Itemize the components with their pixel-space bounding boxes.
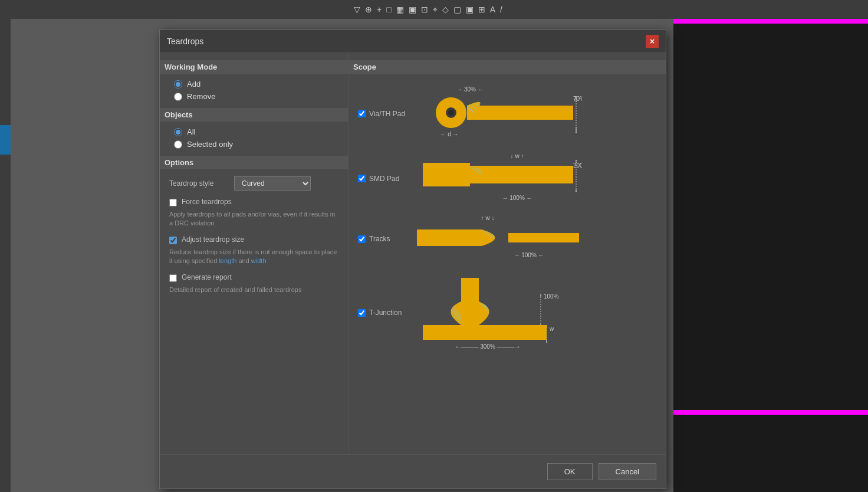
radio-add-label: Add xyxy=(187,80,200,88)
svg-text:→ 100% ←: → 100% ← xyxy=(502,195,532,201)
close-button[interactable]: × xyxy=(646,35,659,48)
svg-point-16 xyxy=(448,110,454,116)
scope-item-via: Via/TH Pad → 30% ← 70% ← d → xyxy=(358,83,656,144)
tracks-label[interactable]: Tracks xyxy=(358,235,411,243)
tracks-diagram: ↑ w ↓ → 100% ← xyxy=(417,213,582,265)
pink-bar-top xyxy=(673,19,868,24)
svg-text:→ 100% ←: → 100% ← xyxy=(514,252,544,258)
generate-report-row: Generate report xyxy=(169,273,338,282)
svg-text:w: w xyxy=(549,326,554,332)
tracks-text: Tracks xyxy=(369,235,390,243)
toolbar-icon-layer[interactable]: ▣ xyxy=(409,5,416,14)
adjust-teardrop-help: Reduce teardrop size if there is not eno… xyxy=(169,248,338,266)
toolbar-icon-pin[interactable]: ◇ xyxy=(442,5,449,14)
toolbar-icon-dim[interactable]: ⊞ xyxy=(478,5,485,14)
force-teardrops-label: Force teardrops xyxy=(182,198,232,206)
force-teardrops-checkbox[interactable] xyxy=(169,199,177,206)
toolbar-icon-route[interactable]: ⊡ xyxy=(421,5,428,14)
toolbar-icon-pad[interactable]: ▢ xyxy=(453,5,461,14)
via-th-pad-diagram: → 30% ← 70% ← d → xyxy=(417,83,582,144)
smd-pad-diagram: 200% ↓ w ↑ → 100% ← xyxy=(417,151,582,206)
adjust-teardrop-label: Adjust teardrop size xyxy=(182,235,244,244)
radio-all-label: All xyxy=(187,127,195,136)
scope-item-tracks: Tracks ↑ w ↓ → 100% ← xyxy=(358,213,656,265)
teardrop-style-label: Teardrop style xyxy=(169,179,228,188)
pink-bar-bottom xyxy=(673,410,868,415)
force-teardrops-row: Force teardrops xyxy=(169,198,338,206)
toolbar: ▽ ⊕ + □ ▦ ▣ ⊡ ⌖ ◇ ▢ ▣ ⊞ A / xyxy=(0,0,868,19)
radio-selected-only-label: Selected only xyxy=(187,140,233,149)
smd-pad-text: SMD Pad xyxy=(369,175,399,183)
left-panel-toggle[interactable] xyxy=(0,125,11,155)
toolbar-icon-line[interactable]: / xyxy=(500,5,502,14)
teardrops-dialog: Teardrops × Working Mode Add Remove Obje… xyxy=(159,29,666,489)
t-junction-label[interactable]: T-Junction xyxy=(358,309,411,317)
svg-rect-45 xyxy=(461,278,479,325)
svg-rect-44 xyxy=(423,325,547,340)
toolbar-icon-text[interactable]: A xyxy=(490,5,495,14)
t-junction-text: T-Junction xyxy=(369,309,402,317)
radio-remove[interactable]: Remove xyxy=(174,92,334,101)
svg-text:→ 30% ←: → 30% ← xyxy=(456,86,484,93)
dialog-footer: OK Cancel xyxy=(160,454,666,488)
via-th-pad-checkbox[interactable] xyxy=(358,110,366,117)
radio-selected-only[interactable]: Selected only xyxy=(174,140,334,149)
toolbar-icon-filter[interactable]: ▽ xyxy=(354,5,360,14)
scope-item-tjunction: T-Junction 100% w xyxy=(358,272,656,353)
toolbar-icon-chart[interactable]: ▦ xyxy=(396,5,404,14)
cancel-button[interactable]: Cancel xyxy=(599,463,656,480)
radio-add[interactable]: Add xyxy=(174,80,334,88)
objects-header: Objects xyxy=(160,108,348,122)
svg-text:↑ w ↓: ↑ w ↓ xyxy=(481,215,495,221)
via-th-pad-text: Via/TH Pad xyxy=(369,110,405,118)
scope-item-smd: SMD Pad 200% ↓ w ↑ → 100% ← xyxy=(358,151,656,206)
left-strip xyxy=(0,19,11,492)
generate-report-checkbox[interactable] xyxy=(169,274,177,282)
toolbar-icon-id[interactable]: ⊕ xyxy=(365,5,372,14)
svg-text:200%: 200% xyxy=(573,162,582,169)
smd-pad-checkbox[interactable] xyxy=(358,175,366,182)
via-th-pad-label[interactable]: Via/TH Pad xyxy=(358,110,411,118)
toolbar-icon-add[interactable]: + xyxy=(377,5,382,14)
scope-panel: Scope Via/TH Pad → 30% ← 70% xyxy=(348,53,666,454)
ok-button[interactable]: OK xyxy=(547,463,593,480)
svg-text:70%: 70% xyxy=(573,96,582,102)
scope-header: Scope xyxy=(348,60,666,74)
teardrop-style-select[interactable]: Curved Straight Bevelled xyxy=(234,176,311,191)
objects-group: All Selected only xyxy=(169,127,338,149)
svg-rect-6 xyxy=(467,106,573,120)
adjust-teardrop-checkbox[interactable] xyxy=(169,237,177,244)
t-junction-checkbox[interactable] xyxy=(358,309,366,317)
left-options-panel: Working Mode Add Remove Objects All xyxy=(160,53,348,454)
generate-report-help: Detailed report of created and failed te… xyxy=(169,286,338,294)
t-junction-diagram: 100% w ←——— 300% ———→ xyxy=(417,272,582,353)
dialog-titlebar: Teardrops × xyxy=(160,30,666,53)
svg-rect-34 xyxy=(508,233,579,242)
options-header: Options xyxy=(160,156,348,169)
toolbar-icon-grid[interactable]: ▣ xyxy=(466,5,474,14)
svg-rect-24 xyxy=(423,163,470,186)
teardrop-style-row: Teardrop style Curved Straight Bevelled xyxy=(169,176,338,191)
working-mode-header: Working Mode xyxy=(160,60,348,74)
working-mode-group: Add Remove xyxy=(169,80,338,101)
radio-all[interactable]: All xyxy=(174,127,334,136)
adjust-teardrop-row: Adjust teardrop size xyxy=(169,235,338,244)
svg-rect-23 xyxy=(470,166,573,183)
svg-text:↓ w ↑: ↓ w ↑ xyxy=(511,153,524,159)
generate-report-label: Generate report xyxy=(182,273,232,281)
svg-text:←——— 300% ———→: ←——— 300% ———→ xyxy=(455,343,520,350)
svg-text:100%: 100% xyxy=(544,293,559,300)
radio-remove-label: Remove xyxy=(187,92,215,101)
dialog-body: Working Mode Add Remove Objects All xyxy=(160,53,666,454)
options-group: Teardrop style Curved Straight Bevelled … xyxy=(169,176,338,294)
toolbar-icon-select[interactable]: □ xyxy=(386,5,391,14)
svg-rect-30 xyxy=(417,229,482,246)
force-teardrops-help: Apply teardrops to all pads and/or vias,… xyxy=(169,210,338,228)
svg-text:← d →: ← d → xyxy=(440,131,458,137)
right-canvas-panel xyxy=(673,19,868,492)
dialog-title: Teardrops xyxy=(167,37,203,46)
smd-pad-label[interactable]: SMD Pad xyxy=(358,175,411,183)
tracks-checkbox[interactable] xyxy=(358,235,366,243)
toolbar-icon-via[interactable]: ⌖ xyxy=(433,5,438,15)
